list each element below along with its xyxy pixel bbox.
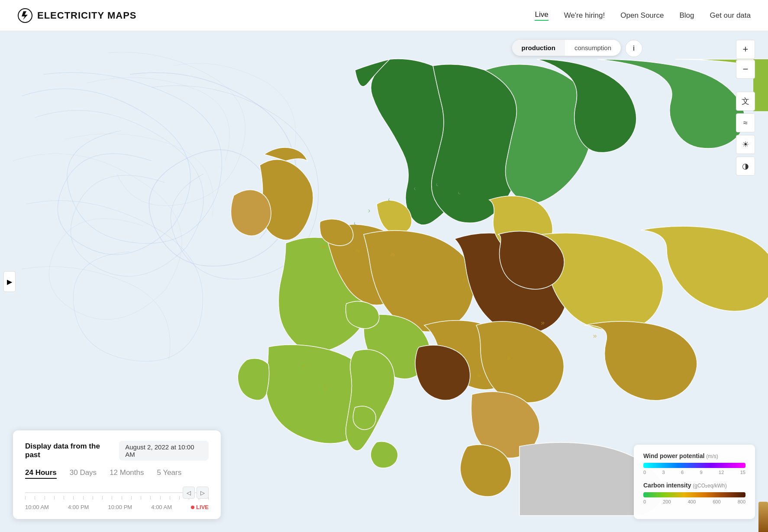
translate-button[interactable]: 文 <box>736 92 755 111</box>
carbon-legend-scale: 0 200 400 600 800 <box>643 499 745 504</box>
production-mode-btn[interactable]: production <box>512 40 565 56</box>
timeline-prev[interactable]: ◁ <box>183 487 195 499</box>
time-label-0: 10:00 AM <box>25 504 49 510</box>
timeline-arrows: ◁ ▷ <box>183 487 209 499</box>
svg-rect-2 <box>753 59 768 111</box>
tab-24h[interactable]: 24 Hours <box>25 468 57 479</box>
bottom-panel: Display data from the past August 2, 202… <box>13 430 221 519</box>
svg-text:»: » <box>593 332 597 340</box>
logo-icon <box>17 8 33 23</box>
carbon-legend-bar <box>643 492 745 497</box>
tab-30d[interactable]: 30 Days <box>70 468 97 479</box>
zoom-in-button[interactable]: + <box>736 40 755 59</box>
map-container[interactable]: › › › › › › » » » » » » » › › » » ▶ prod… <box>0 31 768 532</box>
info-button[interactable]: i <box>625 40 642 57</box>
main-nav: Live We're hiring! Open Source Blog Get … <box>535 10 751 21</box>
live-label: LIVE <box>191 504 209 510</box>
display-label: Display data from the past <box>25 442 114 459</box>
sun-button[interactable]: ☀ <box>736 135 755 154</box>
time-label-3: 4:00 AM <box>151 504 172 510</box>
time-label-2: 10:00 PM <box>108 504 132 510</box>
tab-12m[interactable]: 12 Months <box>110 468 144 479</box>
nav-hiring[interactable]: We're hiring! <box>564 11 605 20</box>
dark-mode-button[interactable]: ◑ <box>736 157 755 176</box>
scroll-indicator <box>758 502 768 532</box>
zoom-out-button[interactable]: − <box>736 60 755 79</box>
nav-blog[interactable]: Blog <box>679 11 694 20</box>
sidebar-toggle[interactable]: ▶ <box>3 271 16 292</box>
arrow-right-icon: ▶ <box>7 278 12 286</box>
logo-text: ELECTRICITY MAPS <box>37 10 137 21</box>
carbon-legend-title: Carbon intensity (gCO₂eq/kWh) <box>643 482 745 489</box>
wind-legend-bar <box>643 463 745 468</box>
consumption-mode-btn[interactable]: consumption <box>565 40 621 56</box>
time-label-1: 4:00 PM <box>68 504 89 510</box>
wind-button[interactable]: ≈ <box>736 113 755 132</box>
live-text: LIVE <box>196 504 209 510</box>
date-badge[interactable]: August 2, 2022 at 10:00 AM <box>119 441 209 461</box>
live-dot <box>191 506 194 509</box>
wind-legend-scale: 0 3 6 9 12 15 <box>643 470 745 475</box>
tab-5y[interactable]: 5 Years <box>157 468 182 479</box>
map-extra-controls: 文 ≈ ☀ ◑ <box>736 92 755 176</box>
svg-text:›: › <box>368 207 370 214</box>
timeline-area[interactable]: ◁ ▷ <box>25 485 209 500</box>
logo-area: ELECTRICITY MAPS <box>17 8 137 23</box>
timeline-labels: 10:00 AM 4:00 PM 10:00 PM 4:00 AM LIVE <box>25 504 209 510</box>
legend: Wind power potential (m/s) 0 3 6 9 12 15… <box>634 445 755 519</box>
mode-controls: production consumption <box>512 40 621 56</box>
header: ELECTRICITY MAPS Live We're hiring! Open… <box>0 0 768 31</box>
timeline-next[interactable]: ▷ <box>197 487 209 499</box>
display-row: Display data from the past August 2, 202… <box>25 441 209 461</box>
wind-legend-title: Wind power potential (m/s) <box>643 452 745 459</box>
zoom-controls: + − <box>736 40 755 79</box>
nav-get-data[interactable]: Get our data <box>710 11 751 20</box>
timeline-ticks <box>25 485 209 500</box>
time-tabs: 24 Hours 30 Days 12 Months 5 Years <box>25 468 209 479</box>
nav-open-source[interactable]: Open Source <box>620 11 664 20</box>
nav-live[interactable]: Live <box>535 10 548 21</box>
